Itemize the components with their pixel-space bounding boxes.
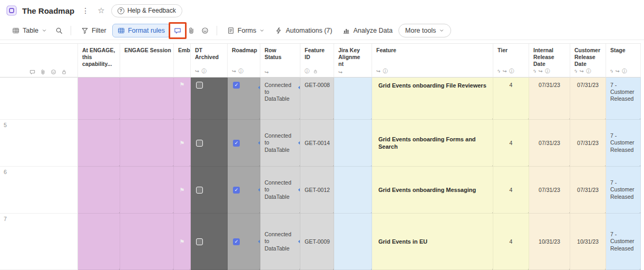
- cell-customer-release-date[interactable]: 07/31/23: [570, 167, 606, 214]
- cell-internal-release-date[interactable]: 07/31/23: [529, 78, 570, 120]
- cell-stage[interactable]: 7 - Customer Released: [606, 214, 641, 270]
- cell-row-status[interactable]: Connected to DataTable: [260, 120, 300, 167]
- table-row: 6 ⚑ ✓ Connected to DataTable GET-0012 Gr…: [0, 167, 641, 214]
- row-header-cell[interactable]: 6: [0, 167, 78, 214]
- cell-jira-key[interactable]: [334, 167, 372, 214]
- column-header-stage[interactable]: Stage ϟ ↪ ⓘ: [606, 44, 641, 78]
- column-header-dt-archived[interactable]: DT Archived ↪ ⓘ: [191, 44, 228, 78]
- cell-feature-id[interactable]: GET-0014: [300, 120, 334, 167]
- cell-at-engage[interactable]: [78, 167, 120, 214]
- dt-archived-checkbox[interactable]: [196, 238, 203, 245]
- forms-button[interactable]: Forms: [222, 24, 269, 37]
- column-header-at-engage[interactable]: At ENGAGE, this capability...: [78, 44, 120, 78]
- table-row: 5 ⚑ ✓ Connected to DataTable GET-0014 Gr…: [0, 120, 641, 167]
- column-header-row-controls[interactable]: [0, 44, 78, 78]
- search-button[interactable]: [53, 24, 65, 37]
- cell-tier[interactable]: 4: [493, 214, 529, 270]
- cell-engage-session[interactable]: [120, 214, 174, 270]
- cell-internal-release-date[interactable]: 07/31/23: [529, 167, 570, 214]
- filter-button[interactable]: Filter: [76, 24, 111, 37]
- row-header-cell[interactable]: [0, 78, 78, 120]
- cell-internal-release-date[interactable]: 07/31/23: [529, 120, 570, 167]
- cell-roadmap[interactable]: ✓: [228, 78, 260, 120]
- cell-roadmap[interactable]: ✓: [228, 167, 260, 214]
- emoji-icon: [201, 27, 209, 34]
- cell-customer-release-date[interactable]: 10/31/23: [570, 214, 606, 270]
- cell-stage[interactable]: 7 - Customer Released: [606, 120, 641, 167]
- roadmap-checkbox[interactable]: ✓: [233, 140, 240, 147]
- flag-icon: ⚑: [180, 82, 185, 88]
- column-header-engage-session[interactable]: ENGAGE Session: [120, 44, 174, 78]
- automations-button[interactable]: Automations (7): [270, 24, 337, 37]
- cell-tier[interactable]: 4: [493, 167, 529, 214]
- cell-tier[interactable]: 4: [493, 78, 529, 120]
- attachment-button[interactable]: [185, 24, 198, 37]
- cell-embargo[interactable]: ⚑: [174, 167, 191, 214]
- dt-archived-checkbox[interactable]: [196, 140, 203, 147]
- top-bar: The Roadmap ⋮ ☆ ? Help & Feedback: [0, 0, 644, 21]
- emoji-button[interactable]: [199, 24, 211, 37]
- roadmap-checkbox[interactable]: ✓: [233, 238, 240, 245]
- table-view-button[interactable]: Table: [7, 24, 52, 37]
- cell-feature-id[interactable]: GET-0008: [300, 78, 334, 120]
- cell-jira-key[interactable]: [334, 120, 372, 167]
- kebab-menu-icon[interactable]: ⋮: [80, 6, 91, 15]
- cell-jira-key[interactable]: [334, 78, 372, 120]
- cell-stage[interactable]: 7 - Customer Released: [606, 78, 641, 120]
- star-icon[interactable]: ☆: [96, 6, 105, 15]
- cell-engage-session[interactable]: [120, 167, 174, 214]
- chevron-down-icon: [259, 28, 265, 33]
- column-header-customer-release-date[interactable]: Customer Release Date ϟ ↪ ⓘ: [570, 44, 606, 78]
- column-header-roadmap[interactable]: Roadmap ↪ ⓘ: [228, 44, 260, 78]
- cell-engage-session[interactable]: [120, 120, 174, 167]
- lock-icon: [61, 69, 67, 75]
- cell-embargo[interactable]: ⚑: [174, 78, 191, 120]
- cell-customer-release-date[interactable]: 07/31/23: [570, 120, 606, 167]
- dt-archived-checkbox[interactable]: [196, 187, 203, 194]
- flag-icon: ⚑: [180, 239, 185, 245]
- roadmap-checkbox[interactable]: ✓: [233, 82, 240, 89]
- cell-at-engage[interactable]: [78, 214, 120, 270]
- analyze-data-button[interactable]: Analyze Data: [338, 24, 397, 37]
- column-header-embargo[interactable]: Emba: [174, 44, 191, 78]
- column-header-row-status[interactable]: Row Status ↪: [260, 44, 300, 78]
- cell-embargo[interactable]: ⚑: [174, 120, 191, 167]
- cell-stage[interactable]: 7 - Customer Released: [606, 167, 641, 214]
- column-header-jira-key[interactable]: Jira Key Alignment ↪: [334, 44, 372, 78]
- cell-embargo[interactable]: ⚑: [174, 214, 191, 270]
- cell-dt-archived[interactable]: [191, 167, 228, 214]
- cell-internal-release-date[interactable]: 10/31/23: [529, 214, 570, 270]
- column-header-internal-release-date[interactable]: Internal Release Date ϟ ↪ ⓘ: [529, 44, 570, 78]
- column-header-feature-id[interactable]: Feature ID ⓘ: [300, 44, 334, 78]
- cell-at-engage[interactable]: [78, 120, 120, 167]
- cell-dt-archived[interactable]: [191, 120, 228, 167]
- format-rules-button[interactable]: Format rules: [112, 24, 170, 37]
- cell-roadmap[interactable]: ✓: [228, 120, 260, 167]
- cell-engage-session[interactable]: [120, 78, 174, 120]
- cell-row-status[interactable]: Connected to DataTable: [260, 214, 300, 270]
- cell-at-engage[interactable]: [78, 78, 120, 120]
- row-header-cell[interactable]: 5: [0, 120, 78, 167]
- cell-jira-key[interactable]: [334, 214, 372, 270]
- row-header-cell[interactable]: 7: [0, 214, 78, 270]
- cell-feature[interactable]: Grid Events onboarding File Reviewers: [372, 78, 493, 120]
- dt-archived-checkbox[interactable]: [196, 82, 203, 89]
- cell-tier[interactable]: 4: [493, 120, 529, 167]
- roadmap-checkbox[interactable]: ✓: [233, 187, 240, 194]
- cell-feature-id[interactable]: GET-0009: [300, 214, 334, 270]
- cell-row-status[interactable]: Connected to DataTable: [260, 167, 300, 214]
- cell-row-status[interactable]: Connected to DataTable: [260, 78, 300, 120]
- more-tools-button[interactable]: More tools: [398, 24, 451, 37]
- cell-feature-id[interactable]: GET-0012: [300, 167, 334, 214]
- column-header-feature[interactable]: Feature ↪ ⓘ: [372, 44, 493, 78]
- column-header-tier[interactable]: Tier ϟ ↪ ⓘ: [493, 44, 529, 78]
- cell-feature[interactable]: Grid Events in EU: [372, 214, 493, 270]
- cell-dt-archived[interactable]: [191, 78, 228, 120]
- cell-feature[interactable]: Grid Events onboarding Messaging: [372, 167, 493, 214]
- comment-button[interactable]: [171, 24, 184, 37]
- cell-customer-release-date[interactable]: 07/31/23: [570, 78, 606, 120]
- cell-feature[interactable]: Grid Events onboarding Forms and Search: [372, 120, 493, 167]
- help-feedback-button[interactable]: ? Help & Feedback: [111, 4, 182, 17]
- cell-roadmap[interactable]: ✓: [228, 214, 260, 270]
- cell-dt-archived[interactable]: [191, 214, 228, 270]
